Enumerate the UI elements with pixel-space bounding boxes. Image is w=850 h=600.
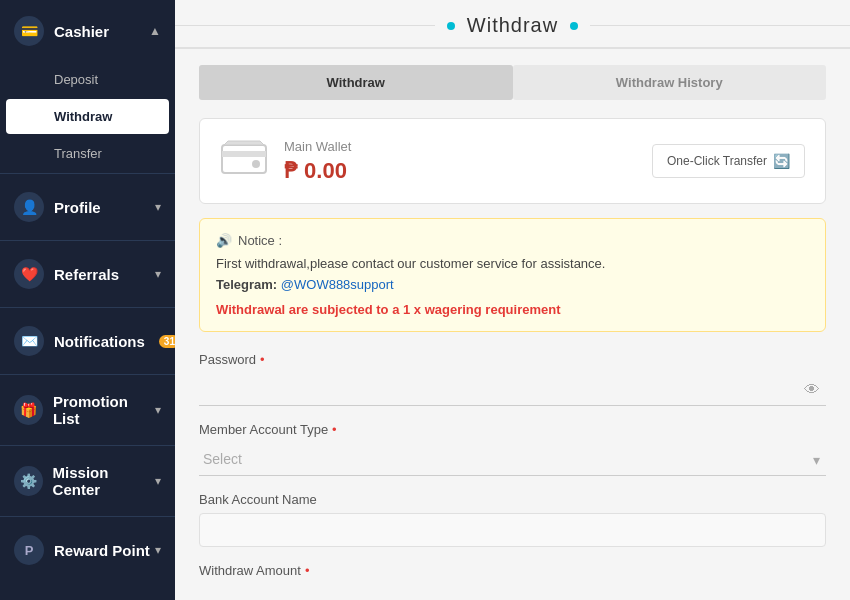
password-required: • xyxy=(260,352,265,367)
cashier-label: Cashier xyxy=(54,23,109,40)
telegram-link[interactable]: @WOW888support xyxy=(281,277,394,292)
wallet-info: Main Wallet ₱ 0.00 xyxy=(220,137,351,185)
sidebar-item-mission-center[interactable]: ⚙️ Mission Center ▾ xyxy=(0,448,175,514)
title-line-right xyxy=(590,25,850,26)
notice-box: 🔊 Notice : First withdrawal,please conta… xyxy=(199,218,826,332)
page-title: Withdraw xyxy=(467,14,558,37)
cashier-sub-items: Deposit Withdraw Transfer xyxy=(0,62,175,171)
password-label: Password • xyxy=(199,352,826,367)
member-account-type-required: • xyxy=(332,422,337,437)
svg-rect-0 xyxy=(222,145,266,173)
main-content: Withdraw Withdraw Withdraw History xyxy=(175,0,850,600)
sidebar: 💳 Cashier ▲ Deposit Withdraw Transfer 👤 … xyxy=(0,0,175,600)
promotion-chevron-icon: ▾ xyxy=(155,403,161,417)
sidebar-item-notifications[interactable]: ✉️ Notifications 31 ▾ xyxy=(0,310,175,372)
one-click-transfer-button[interactable]: One-Click Transfer 🔄 xyxy=(652,144,805,178)
page-title-bar: Withdraw xyxy=(175,0,850,49)
referrals-chevron-icon: ▾ xyxy=(155,267,161,281)
withdraw-amount-required: • xyxy=(305,563,310,578)
sidebar-item-transfer[interactable]: Transfer xyxy=(0,136,175,171)
notice-text: First withdrawal,please contact our cust… xyxy=(216,256,809,271)
referrals-icon: ❤️ xyxy=(14,259,44,289)
one-click-label: One-Click Transfer xyxy=(667,154,767,168)
sidebar-item-reward-point[interactable]: P Reward Point ▾ xyxy=(0,519,175,581)
notifications-label: Notifications xyxy=(54,333,145,350)
reward-icon: P xyxy=(14,535,44,565)
password-input[interactable] xyxy=(199,373,826,406)
reward-chevron-icon: ▾ xyxy=(155,543,161,557)
mission-chevron-icon: ▾ xyxy=(155,474,161,488)
member-account-type-label: Member Account Type • xyxy=(199,422,826,437)
promotion-label: Promotion List xyxy=(53,393,155,427)
tab-row: Withdraw Withdraw History xyxy=(199,65,826,100)
promotion-icon: 🎁 xyxy=(14,395,43,425)
mission-icon: ⚙️ xyxy=(14,466,43,496)
wallet-label: Main Wallet xyxy=(284,139,351,154)
sidebar-item-deposit[interactable]: Deposit xyxy=(0,62,175,97)
sidebar-item-cashier[interactable]: 💳 Cashier ▲ xyxy=(0,0,175,62)
refresh-icon: 🔄 xyxy=(773,153,790,169)
notifications-badge: 31 xyxy=(159,335,175,348)
reward-label: Reward Point xyxy=(54,542,150,559)
notice-title: 🔊 Notice : xyxy=(216,233,809,248)
sidebar-item-referrals[interactable]: ❤️ Referrals ▾ xyxy=(0,243,175,305)
notifications-icon: ✉️ xyxy=(14,326,44,356)
svg-rect-1 xyxy=(222,151,266,157)
notice-telegram: Telegram: @WOW888support xyxy=(216,277,809,292)
tab-withdraw-history[interactable]: Withdraw History xyxy=(513,65,827,100)
profile-chevron-icon: ▾ xyxy=(155,200,161,214)
title-line-left xyxy=(175,25,435,26)
wallet-icon xyxy=(220,137,268,185)
withdraw-amount-label: Withdraw Amount • xyxy=(199,563,826,578)
withdraw-amount-group: Withdraw Amount • xyxy=(199,563,826,578)
bank-account-name-label: Bank Account Name xyxy=(199,492,826,507)
wallet-details: Main Wallet ₱ 0.00 xyxy=(284,139,351,184)
bank-account-name-input[interactable] xyxy=(199,513,826,547)
sidebar-item-promotion-list[interactable]: 🎁 Promotion List ▾ xyxy=(0,377,175,443)
password-input-wrapper: 👁 xyxy=(199,373,826,406)
title-dot-left xyxy=(447,22,455,30)
svg-point-2 xyxy=(252,160,260,168)
tab-withdraw[interactable]: Withdraw xyxy=(199,65,513,100)
member-account-type-select-wrapper: Select ▾ xyxy=(199,443,826,476)
member-account-type-group: Member Account Type • Select ▾ xyxy=(199,422,826,476)
referrals-label: Referrals xyxy=(54,266,119,283)
profile-icon: 👤 xyxy=(14,192,44,222)
sidebar-item-profile[interactable]: 👤 Profile ▾ xyxy=(0,176,175,238)
cashier-icon: 💳 xyxy=(14,16,44,46)
cashier-chevron-icon: ▲ xyxy=(149,24,161,38)
content-area: Withdraw Withdraw History Main Wallet ₱ … xyxy=(175,49,850,600)
sidebar-item-withdraw[interactable]: Withdraw xyxy=(6,99,169,134)
profile-label: Profile xyxy=(54,199,101,216)
bank-account-name-group: Bank Account Name xyxy=(199,492,826,547)
mission-label: Mission Center xyxy=(53,464,155,498)
wallet-card: Main Wallet ₱ 0.00 One-Click Transfer 🔄 xyxy=(199,118,826,204)
eye-icon[interactable]: 👁 xyxy=(804,381,820,399)
megaphone-icon: 🔊 xyxy=(216,233,232,248)
notice-warning: Withdrawal are subjected to a 1 x wageri… xyxy=(216,302,809,317)
wallet-amount: ₱ 0.00 xyxy=(284,158,351,184)
password-field-group: Password • 👁 xyxy=(199,352,826,406)
member-account-type-select[interactable]: Select xyxy=(199,443,826,476)
title-dot-right xyxy=(570,22,578,30)
